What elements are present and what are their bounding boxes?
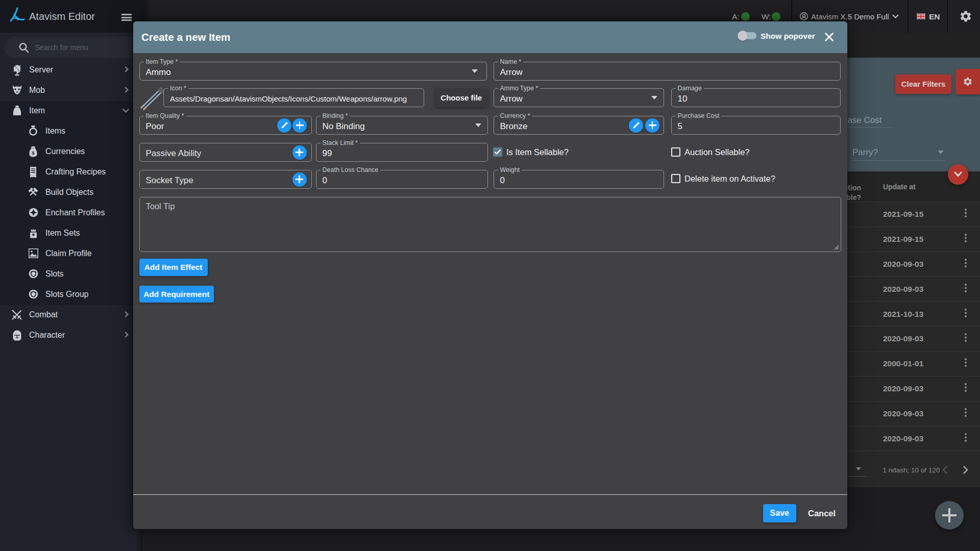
svg-text:$: $ bbox=[32, 151, 34, 156]
